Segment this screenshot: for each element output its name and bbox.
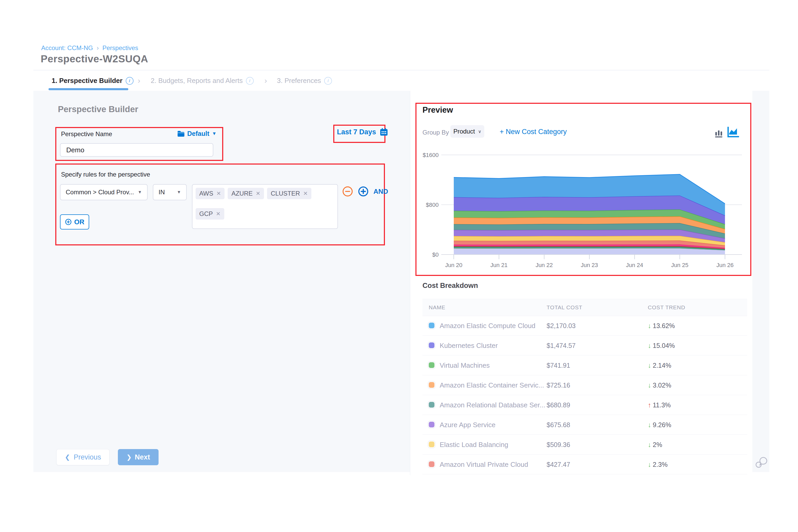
next-button[interactable]: ❯ Next	[118, 449, 158, 465]
perspective-name-label: Perspective Name	[61, 130, 112, 138]
row-total-cost: $509.36	[547, 441, 570, 449]
bar-chart-icon[interactable]	[715, 129, 723, 138]
tab-preferences[interactable]: 3. Preferences i	[277, 77, 332, 85]
info-icon[interactable]: i	[126, 77, 134, 85]
date-range-picker[interactable]: Last 7 Days	[337, 128, 388, 136]
trend-down-icon: ↓	[648, 322, 651, 330]
table-row[interactable]: Elastic Load Balancing$509.36↓2%	[422, 435, 747, 455]
chevron-down-icon: ▼	[177, 190, 181, 194]
trend-down-icon: ↓	[648, 381, 651, 389]
table-row[interactable]: Amazon Virtual Private Cloud$427.47↓2.3%	[422, 454, 747, 474]
tab-label: 3. Preferences	[277, 77, 321, 85]
row-total-cost: $680.89	[547, 401, 570, 409]
svg-text:Jun 23: Jun 23	[581, 262, 598, 268]
select-value: IN	[158, 189, 165, 196]
row-name: Amazon Elastic Container Servic...	[440, 381, 544, 390]
group-by-value: Product	[453, 128, 475, 135]
row-name: Amazon Virtual Private Cloud	[440, 460, 528, 469]
row-name: Kubernetes Cluster	[440, 342, 498, 350]
svg-text:Jun 21: Jun 21	[490, 262, 508, 268]
row-total-cost: $725.16	[547, 382, 570, 389]
svg-text:Jun 25: Jun 25	[671, 262, 688, 268]
tab-bar: 1. Perspective Builder i › 2. Budgets, R…	[33, 71, 769, 91]
tab-perspective-builder[interactable]: 1. Perspective Builder i	[52, 77, 134, 85]
folder-selector[interactable]: Default ▼	[177, 130, 217, 137]
remove-rule-icon[interactable]	[342, 186, 353, 197]
rule-value-chip[interactable]: CLUSTER✕	[267, 188, 311, 199]
chevron-left-icon: ❮	[65, 454, 70, 461]
builder-heading: Perspective Builder	[58, 104, 138, 114]
rule-value-chip[interactable]: AWS✕	[195, 188, 225, 199]
group-by-select[interactable]: Product ∨	[450, 125, 484, 138]
row-name: Virtual Machines	[440, 361, 490, 369]
table-row[interactable]: Amazon Elastic Container Servic...$725.1…	[422, 375, 747, 395]
add-rule-icon[interactable]	[358, 186, 369, 197]
tab-label: 2. Budgets, Reports and Alerts	[151, 77, 243, 85]
row-name: Azure App Service	[440, 421, 495, 429]
table-row[interactable]: Amazon Elastic Compute Cloud$2,170.03↓13…	[422, 316, 747, 336]
remove-chip-icon[interactable]: ✕	[303, 190, 308, 197]
and-label: AND	[374, 188, 388, 195]
trend-down-icon: ↓	[648, 441, 651, 449]
column-header-total-cost: TOTAL COST	[547, 304, 582, 310]
group-by-label: Group By	[422, 129, 449, 136]
table-row[interactable]: Virtual Machines$741.91↓2.14%	[422, 355, 747, 375]
area-chart-icon[interactable]	[727, 127, 739, 138]
add-or-rule-button[interactable]: OR	[60, 214, 89, 229]
table-header: NAME TOTAL COST COST TREND	[422, 299, 747, 316]
rules-label: Specify rules for the perspective	[61, 171, 150, 178]
series-color-swatch	[429, 461, 435, 467]
row-name: Amazon Elastic Compute Cloud	[440, 322, 535, 330]
row-cost-trend: ↓9.26%	[648, 421, 671, 429]
folder-label: Default	[187, 130, 209, 137]
trend-down-icon: ↓	[648, 421, 651, 429]
trend-down-icon: ↓	[648, 361, 651, 369]
remove-chip-icon[interactable]: ✕	[216, 190, 221, 197]
tab-budgets-reports-alerts[interactable]: 2. Budgets, Reports and Alerts i	[151, 77, 254, 85]
rule-value-chip[interactable]: GCP✕	[195, 208, 224, 220]
series-color-swatch	[429, 362, 435, 368]
chip-label: CLUSTER	[271, 190, 300, 197]
row-cost-trend: ↓13.62%	[648, 322, 675, 330]
breadcrumb-account-link[interactable]: Account: CCM-NG	[41, 44, 93, 51]
rule-field-select[interactable]: Common > Cloud Prov... ▼	[60, 184, 148, 200]
row-cost-trend: ↓15.04%	[648, 342, 675, 350]
column-header-name: NAME	[429, 304, 445, 310]
rule-actions: AND	[342, 186, 388, 197]
row-cost-trend: ↓3.02%	[648, 381, 671, 390]
remove-chip-icon[interactable]: ✕	[256, 190, 261, 197]
series-color-swatch	[429, 402, 435, 407]
chip-label: AZURE	[231, 190, 252, 197]
table-row[interactable]: Kubernetes Cluster$1,474.57↓15.04%	[422, 335, 747, 356]
folder-icon	[177, 131, 185, 137]
chevron-down-icon: ▼	[212, 131, 217, 136]
breadcrumb-perspectives-link[interactable]: Perspectives	[102, 44, 138, 51]
table-row[interactable]: Amazon Relational Database Ser...$680.89…	[422, 395, 747, 415]
previous-button[interactable]: ❮ Previous	[56, 449, 110, 465]
chevron-right-icon: ›	[138, 76, 140, 85]
series-color-swatch	[429, 323, 435, 328]
row-cost-trend: ↓2.3%	[648, 460, 668, 469]
row-total-cost: $675.68	[547, 421, 570, 429]
remove-chip-icon[interactable]: ✕	[216, 211, 221, 217]
perspective-name-input[interactable]: Demo	[60, 143, 213, 157]
row-name: Amazon Relational Database Ser...	[440, 401, 545, 409]
rule-value-chip[interactable]: AZURE✕	[228, 188, 264, 199]
svg-text:$800: $800	[426, 202, 439, 208]
preview-chart: $1600$800$0Jun 20Jun 21Jun 22Jun 23Jun 2…	[420, 149, 746, 271]
row-total-cost: $2,170.03	[547, 322, 575, 330]
calendar-icon	[380, 128, 388, 136]
help-chat-icon[interactable]	[755, 456, 769, 469]
rule-operator-select[interactable]: IN ▼	[153, 184, 187, 200]
info-icon[interactable]: i	[324, 77, 332, 85]
trend-down-icon: ↓	[648, 342, 651, 349]
row-cost-trend: ↓2.14%	[648, 361, 671, 369]
date-range-label: Last 7 Days	[337, 128, 376, 136]
info-icon[interactable]: i	[246, 77, 254, 85]
trend-up-icon: ↑	[648, 401, 651, 409]
new-cost-category-link[interactable]: + New Cost Category	[500, 128, 567, 136]
table-row[interactable]: Azure App Service$675.68↓9.26%	[422, 415, 747, 435]
rule-values-input[interactable]: AWS✕AZURE✕CLUSTER✕GCP✕	[192, 184, 338, 229]
tab-label: 1. Perspective Builder	[52, 77, 122, 85]
input-value: Demo	[66, 146, 84, 154]
